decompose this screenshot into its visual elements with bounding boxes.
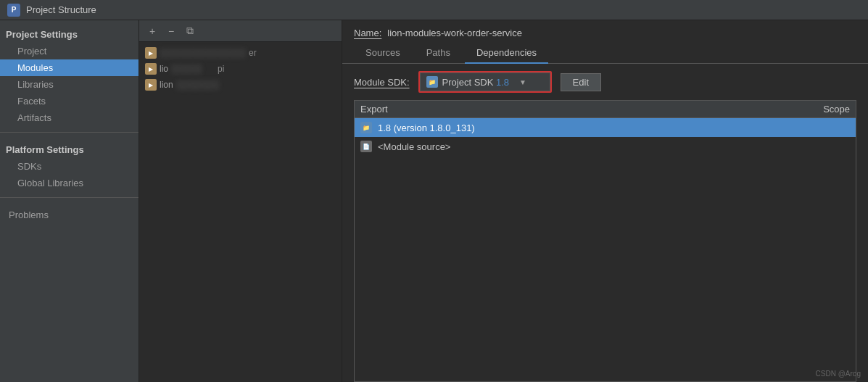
tabs-row: Sources Paths Dependencies bbox=[342, 43, 868, 64]
sdk-folder-icon: 📁 bbox=[426, 76, 438, 88]
sidebar-divider-1 bbox=[0, 132, 139, 133]
sdk-label: Module SDK: bbox=[354, 77, 410, 88]
name-row: Name: lion-modules-work-order-service bbox=[342, 20, 868, 43]
sdk-entry-icon: 📁 bbox=[360, 122, 372, 133]
folder-icon: ▶ bbox=[145, 47, 157, 59]
name-value: lion-modules-work-order-service bbox=[387, 28, 522, 38]
title-bar-text: Project Structure bbox=[26, 4, 96, 15]
list-item[interactable]: ▶ lion ░░░░░░░ bbox=[139, 77, 342, 93]
edit-button[interactable]: Edit bbox=[561, 73, 601, 91]
chevron-down-icon: ▼ bbox=[519, 78, 526, 86]
tab-paths[interactable]: Paths bbox=[415, 43, 462, 64]
sidebar-item-modules[interactable]: Modules bbox=[0, 59, 139, 76]
sidebar-item-problems[interactable]: Problems bbox=[0, 204, 139, 226]
project-settings-header: Project Settings bbox=[0, 23, 139, 43]
sdk-selection-box: 📁 Project SDK 1.8 ▼ bbox=[418, 71, 552, 93]
name-label: Name: bbox=[354, 28, 381, 38]
folder-icon: ▶ bbox=[145, 63, 157, 75]
dep-row-label-2: <Module source> bbox=[378, 141, 850, 152]
dep-row-label-1: 1.8 (version 1.8.0_131) bbox=[378, 123, 850, 133]
table-header: Export Scope bbox=[355, 101, 856, 118]
file-item-label-3: lion bbox=[160, 80, 173, 90]
file-item-label-2: lio bbox=[160, 64, 168, 74]
sidebar-item-global-libraries[interactable]: Global Libraries bbox=[0, 175, 139, 191]
app-icon: P bbox=[7, 4, 20, 17]
file-panel-toolbar: + − ⧉ bbox=[139, 20, 342, 42]
tab-dependencies[interactable]: Dependencies bbox=[465, 43, 548, 64]
sidebar-item-sdks[interactable]: SDKs bbox=[0, 158, 139, 175]
export-column-header: Export bbox=[360, 104, 792, 115]
sidebar-item-project[interactable]: Project bbox=[0, 43, 139, 59]
sdk-row: Module SDK: 📁 Project SDK 1.8 ▼ Edit bbox=[342, 64, 868, 100]
scope-column-header: Scope bbox=[792, 104, 850, 115]
sdk-dropdown[interactable]: 📁 Project SDK 1.8 ▼ bbox=[420, 72, 550, 91]
copy-button[interactable]: ⧉ bbox=[183, 24, 197, 38]
file-panel: + − ⧉ ▶ ░░░░░░░░░░░░░░ er ▶ lio ░░░░░ pi… bbox=[139, 20, 342, 382]
sidebar-item-libraries[interactable]: Libraries bbox=[0, 76, 139, 93]
list-item[interactable]: ▶ lio ░░░░░ pi bbox=[139, 61, 342, 77]
table-row[interactable]: 📁 1.8 (version 1.8.0_131) bbox=[355, 118, 856, 137]
file-tree: ▶ ░░░░░░░░░░░░░░ er ▶ lio ░░░░░ pi ▶ lio… bbox=[139, 42, 342, 382]
module-source-icon: 📄 bbox=[360, 141, 372, 152]
sdk-text: Project SDK 1.8 bbox=[442, 77, 510, 88]
tab-sources[interactable]: Sources bbox=[354, 43, 412, 64]
folder-icon: ▶ bbox=[145, 79, 157, 91]
add-button[interactable]: + bbox=[145, 24, 160, 38]
file-item-label-1: ░░░░░░░░░░░░░░ bbox=[160, 48, 246, 58]
table-row[interactable]: 📄 <Module source> bbox=[355, 137, 856, 156]
sidebar: Project Settings Project Modules Librari… bbox=[0, 20, 139, 382]
dependencies-table: Export Scope 📁 1.8 (version 1.8.0_131) 📄… bbox=[354, 100, 856, 382]
watermark: CSDN @Arog bbox=[816, 370, 861, 378]
remove-button[interactable]: − bbox=[164, 24, 178, 38]
sidebar-item-facets[interactable]: Facets bbox=[0, 93, 139, 109]
title-bar: P Project Structure bbox=[0, 0, 868, 20]
main-layout: Project Settings Project Modules Librari… bbox=[0, 20, 868, 382]
sidebar-item-artifacts[interactable]: Artifacts bbox=[0, 109, 139, 126]
platform-settings-header: Platform Settings bbox=[0, 138, 139, 158]
list-item[interactable]: ▶ ░░░░░░░░░░░░░░ er bbox=[139, 45, 342, 61]
content-panel: Name: lion-modules-work-order-service So… bbox=[342, 20, 868, 382]
sidebar-divider-2 bbox=[0, 197, 139, 198]
